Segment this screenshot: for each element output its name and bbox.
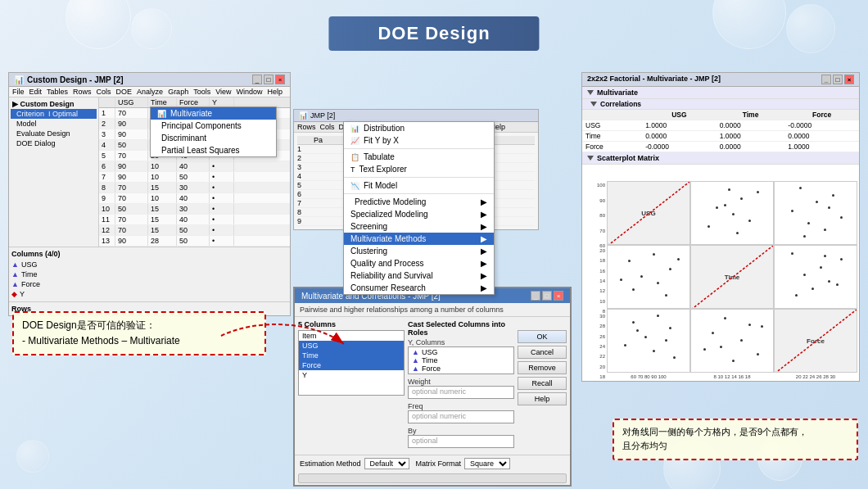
freq-box[interactable]: optional numeric bbox=[408, 410, 514, 423]
left-menubar[interactable]: File Edit Tables Rows Cols DOE Analyze G… bbox=[9, 87, 290, 97]
ok-button[interactable]: OK bbox=[518, 330, 567, 343]
col-item-y[interactable]: ◆ Y bbox=[11, 289, 287, 299]
submenu-pls[interactable]: Partial Least Squares bbox=[151, 144, 276, 156]
corr-time-time: 1.0000 bbox=[717, 131, 785, 142]
dot bbox=[657, 315, 659, 317]
submenu-discriminant[interactable]: Discriminant bbox=[151, 132, 276, 144]
cancel-button[interactable]: Cancel bbox=[518, 346, 567, 359]
table-row[interactable]: 12701550• bbox=[99, 225, 290, 236]
menu-tables[interactable]: Tables bbox=[47, 88, 68, 96]
right-max[interactable]: □ bbox=[833, 75, 843, 84]
table-row[interactable]: 8701530• bbox=[99, 183, 290, 193]
remove-button[interactable]: Remove bbox=[518, 361, 567, 374]
menu-view[interactable]: View bbox=[215, 88, 231, 96]
left-panel-titlebar: 📊 Custom Design - JMP [2] _ □ × bbox=[9, 73, 290, 87]
dot bbox=[632, 321, 635, 324]
tree-doe-dialog[interactable]: DOE Dialog bbox=[11, 138, 97, 148]
col-item-force[interactable]: ▲ Force bbox=[11, 279, 287, 289]
menu-cols[interactable]: Cols bbox=[97, 88, 111, 96]
right-close[interactable]: × bbox=[844, 75, 854, 84]
list-item-item[interactable]: Item bbox=[299, 331, 404, 341]
menu-edit[interactable]: Edit bbox=[29, 88, 43, 96]
list-item-time[interactable]: Time bbox=[299, 351, 404, 360]
weight-box[interactable]: optional numeric bbox=[408, 386, 514, 399]
y-col-box[interactable]: ▲ USG ▲ Time ▲ Force bbox=[408, 346, 514, 374]
bg-cols[interactable]: Cols bbox=[320, 123, 335, 131]
close-btn[interactable]: × bbox=[275, 75, 285, 84]
menu-graph[interactable]: Graph bbox=[168, 88, 188, 96]
correlations-header[interactable]: Correlations bbox=[582, 99, 859, 110]
screen-arrow: ▶ bbox=[481, 222, 487, 231]
maximize-btn[interactable]: □ bbox=[264, 75, 274, 84]
matrix-select[interactable]: Square bbox=[464, 458, 510, 469]
table-row[interactable]: 9701040• bbox=[99, 193, 290, 204]
dot bbox=[748, 324, 751, 326]
menu-window[interactable]: Window bbox=[237, 88, 263, 96]
rel-label: Reliability and Survival bbox=[350, 271, 433, 280]
menu-file[interactable]: File bbox=[12, 88, 25, 96]
dot bbox=[828, 206, 830, 209]
tree-criterion[interactable]: Criterion I Optimal bbox=[11, 109, 97, 119]
menu-clustering[interactable]: Clustering ▶ bbox=[344, 245, 494, 257]
dot bbox=[791, 252, 793, 255]
estimation-select[interactable]: Default bbox=[364, 458, 409, 469]
dialog-min[interactable]: _ bbox=[531, 291, 540, 301]
col-item-time[interactable]: ▲ Time bbox=[11, 269, 287, 279]
by-box[interactable]: optional bbox=[408, 435, 514, 448]
menu-tools[interactable]: Tools bbox=[193, 88, 210, 96]
scatterplot-header[interactable]: Scatterplot Matrix bbox=[582, 152, 859, 165]
correlations-title: Correlations bbox=[600, 100, 641, 108]
table-row[interactable]: 10501530• bbox=[99, 204, 290, 215]
tab-label: Tabulate bbox=[364, 152, 395, 161]
analyze-dropdown[interactable]: 📊 Distribution 📈 Fit Y by X 📋 Tabulate T… bbox=[343, 121, 495, 295]
dialog-max[interactable]: □ bbox=[542, 291, 552, 301]
tree-custom-design[interactable]: ▶ Custom Design bbox=[11, 99, 97, 109]
list-item-usg[interactable]: USG bbox=[299, 341, 404, 351]
annotation-left-line2: - Multivariate Methods – Multivariate bbox=[22, 333, 256, 349]
menu-analyze[interactable]: Analyze bbox=[137, 88, 163, 96]
help-button[interactable]: Help bbox=[518, 392, 567, 405]
submenu-multivariate[interactable]: 📊 Multivariate bbox=[151, 107, 276, 120]
menu-quality[interactable]: Quality and Process ▶ bbox=[344, 257, 494, 269]
minimize-btn[interactable]: _ bbox=[252, 75, 262, 84]
table-row[interactable]: 11701540• bbox=[99, 215, 290, 225]
menu-tabulate[interactable]: 📋 Tabulate bbox=[344, 151, 494, 163]
menu-predictive[interactable]: Predictive Modeling ▶ bbox=[344, 196, 494, 208]
menu-rows[interactable]: Rows bbox=[73, 88, 92, 96]
multivariate-header[interactable]: Multivariate bbox=[582, 87, 859, 99]
menu-doe[interactable]: DOE bbox=[116, 88, 133, 96]
menu-fit-y-by-x[interactable]: 📈 Fit Y by X bbox=[344, 134, 494, 147]
multivariate-submenu[interactable]: 📊 Multivariate Principal Components Disc… bbox=[150, 106, 277, 157]
col-item-usg[interactable]: ▲ USG bbox=[11, 260, 287, 269]
menu-reliability[interactable]: Reliability and Survival ▶ bbox=[344, 269, 494, 282]
menu-distribution[interactable]: 📊 Distribution bbox=[344, 122, 494, 134]
submenu-pca[interactable]: Principal Components bbox=[151, 120, 276, 132]
menu-help[interactable]: Help bbox=[268, 88, 283, 96]
table-row[interactable]: 13902850• bbox=[99, 236, 290, 247]
scatter-col-headers bbox=[607, 166, 857, 181]
menu-text-explorer[interactable]: T Text Explorer bbox=[344, 163, 494, 175]
select-columns-col: 5 Columns Item USG Time Force Y bbox=[298, 320, 405, 451]
dot bbox=[720, 346, 722, 348]
columns-listbox[interactable]: Item USG Time Force Y bbox=[298, 330, 405, 396]
scatter-cell-3-2 bbox=[690, 309, 774, 373]
menu-multivariate-methods[interactable]: Multivariate Methods ▶ bbox=[344, 233, 494, 245]
scatter-hdr-blank2 bbox=[690, 166, 774, 181]
list-item-y[interactable]: Y bbox=[299, 370, 404, 380]
menu-fit-model[interactable]: 📉 Fit Model bbox=[344, 179, 494, 192]
tree-evaluate[interactable]: Evaluate Design bbox=[11, 129, 97, 138]
right-min[interactable]: _ bbox=[821, 75, 831, 84]
dialog-scrollbar[interactable] bbox=[298, 473, 567, 483]
recall-button[interactable]: Recall bbox=[518, 377, 567, 390]
menu-consumer[interactable]: Consumer Research ▶ bbox=[344, 282, 494, 294]
dot bbox=[832, 194, 834, 197]
menu-specialized[interactable]: Specialized Modeling ▶ bbox=[344, 208, 494, 220]
tree-model[interactable]: Model bbox=[11, 119, 97, 129]
table-row[interactable]: 6901040• bbox=[99, 161, 290, 172]
list-item-force[interactable]: Force bbox=[299, 360, 404, 370]
dot bbox=[732, 360, 735, 362]
menu-screening[interactable]: Screening ▶ bbox=[344, 220, 494, 233]
table-row[interactable]: 7901050• bbox=[99, 172, 290, 183]
bg-rows[interactable]: Rows bbox=[297, 123, 316, 131]
dialog-close[interactable]: × bbox=[554, 291, 563, 301]
